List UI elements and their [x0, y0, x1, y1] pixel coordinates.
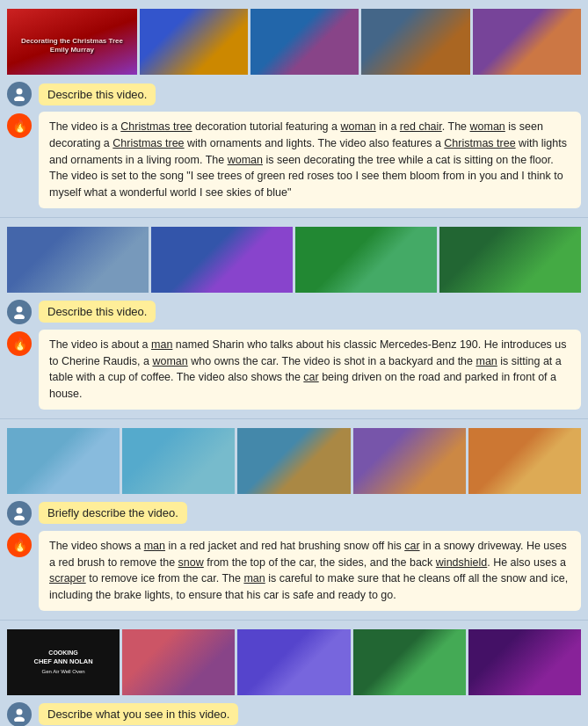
thumbnail-4-3 — [237, 629, 350, 695]
conversation-block-2: Describe this video. 🔥 The video is abou… — [0, 218, 588, 419]
svg-point-5 — [14, 515, 25, 520]
thumbnail-4-2 — [122, 629, 235, 695]
user-row-4: Describe what you see in this video. — [7, 702, 581, 726]
svg-point-2 — [17, 306, 23, 312]
ai-row-1: 🔥 The video is a Christmas tree decorati… — [7, 112, 581, 208]
thumbnail-3-5 — [468, 428, 581, 494]
ai-message-3: The video shows a man in a red jacket an… — [39, 531, 581, 611]
thumbnail-row-2 — [7, 227, 581, 293]
user-message-1: Describe this video. — [39, 83, 156, 105]
thumbnail-1-5 — [473, 9, 581, 75]
user-avatar-1 — [7, 82, 32, 106]
thumbnail-1-4 — [361, 9, 469, 75]
svg-point-3 — [14, 314, 25, 319]
user-row-3: Briefly describe the video. — [7, 501, 581, 526]
user-avatar-3 — [7, 501, 32, 526]
thumbnail-1-2 — [140, 9, 248, 75]
thumbnail-4-4 — [353, 629, 466, 695]
thumbnail-row-1: Decorating the Christmas TreeEmily Murra… — [7, 9, 581, 75]
svg-point-4 — [17, 507, 23, 513]
user-row-2: Describe this video. — [7, 300, 581, 324]
ai-message-2: The video is about a man named Sharin wh… — [39, 330, 581, 410]
thumbnail-2-1 — [7, 227, 149, 293]
thumbnail-2-4 — [439, 227, 581, 293]
thumbnail-1-1: Decorating the Christmas TreeEmily Murra… — [7, 9, 137, 75]
thumbnail-1-3 — [250, 9, 359, 75]
user-avatar-2 — [7, 300, 32, 324]
conversation-block-3: Briefly describe the video. 🔥 The video … — [0, 419, 588, 621]
thumbnail-3-2 — [122, 428, 235, 494]
thumbnail-row-3 — [7, 428, 581, 494]
conversation-block-1: Decorating the Christmas TreeEmily Murra… — [0, 0, 588, 218]
thumbnail-3-1 — [7, 428, 120, 494]
ai-avatar-1: 🔥 — [7, 113, 32, 138]
thumbnail-2-3 — [295, 227, 437, 293]
user-message-3: Briefly describe the video. — [39, 502, 187, 524]
ai-message-1: The video is a Christmas tree decoration… — [39, 112, 581, 208]
user-message-4: Describe what you see in this video. — [39, 703, 238, 725]
thumbnail-row-4: COOKINGCHEF ANN NOLANGen Air Well Oven — [7, 629, 581, 695]
ai-row-3: 🔥 The video shows a man in a red jacket … — [7, 531, 581, 611]
user-message-2: Describe this video. — [39, 301, 156, 323]
thumbnail-3-3 — [237, 428, 350, 494]
svg-point-0 — [17, 89, 23, 95]
svg-point-7 — [14, 716, 25, 722]
thumbnail-4-1: COOKINGCHEF ANN NOLANGen Air Well Oven — [7, 629, 120, 695]
ai-avatar-2: 🔥 — [7, 331, 32, 356]
user-avatar-4 — [7, 702, 32, 726]
svg-point-6 — [17, 708, 23, 715]
thumbnail-4-5 — [468, 629, 581, 695]
thumbnail-2-2 — [151, 227, 293, 293]
thumbnail-3-4 — [353, 428, 466, 494]
ai-avatar-3: 🔥 — [7, 533, 32, 557]
user-row-1: Describe this video. — [7, 82, 581, 106]
conversation-block-4: COOKINGCHEF ANN NOLANGen Air Well Oven D… — [0, 621, 588, 726]
ai-row-2: 🔥 The video is about a man named Sharin … — [7, 330, 581, 410]
svg-point-1 — [14, 97, 25, 102]
